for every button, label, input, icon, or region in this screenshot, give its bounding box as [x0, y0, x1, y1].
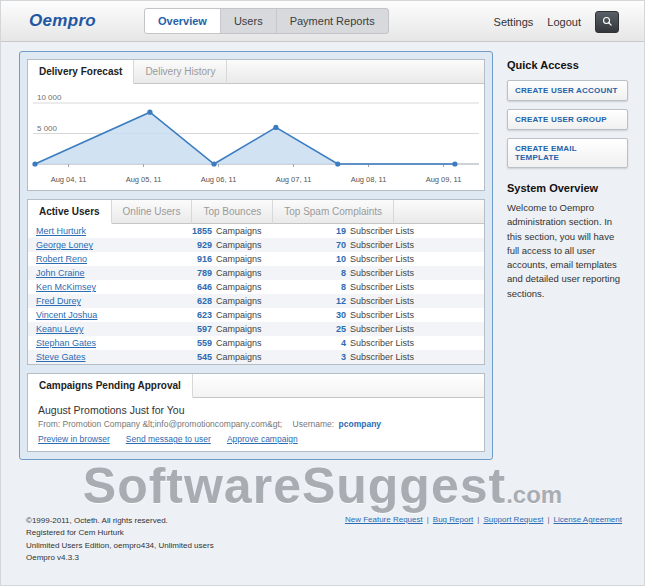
watermark-text: SoftwareSuggest	[83, 458, 506, 514]
subscriber-list-count: 3	[332, 352, 346, 362]
right-sidebar: Quick Access CREATE USER ACCOUNTCREATE U…	[507, 59, 628, 301]
bug-report-link[interactable]: Bug Report	[433, 515, 473, 524]
top-header: Oempro OverviewUsersPayment Reports Sett…	[1, 1, 644, 42]
table-row: Vincent Joshua623Campaigns30Subscriber L…	[28, 308, 484, 322]
table-row: Steve Gates545Campaigns3Subscriber Lists	[28, 350, 484, 364]
subscriber-lists-cell: 25Subscriber Lists	[332, 324, 476, 334]
table-row: Robert Reno916Campaigns10Subscriber List…	[28, 252, 484, 266]
create-user-group-button[interactable]: CREATE USER GROUP	[507, 109, 628, 130]
campaign-count: 559	[182, 338, 212, 348]
x-tick-label: Aug 04, 11	[31, 175, 106, 184]
send-message-to-user-link[interactable]: Send message to user	[126, 434, 211, 444]
username-link[interactable]: pcompany	[339, 419, 382, 429]
forecast-line-chart: 10 0005 000	[31, 88, 481, 174]
subscriber-list-count: 12	[332, 296, 346, 306]
subscriber-list-count: 4	[332, 338, 346, 348]
delivery-forecast-panel: Delivery ForecastDelivery History 10 000…	[27, 59, 485, 191]
tab-delivery-history[interactable]: Delivery History	[134, 60, 227, 84]
table-row: Mert Hurturk1855Campaigns19Subscriber Li…	[28, 224, 484, 238]
footer-line: Unlimited Users Edition, oempro434, Unli…	[26, 540, 214, 552]
new-feature-request-link[interactable]: New Feature Request	[345, 515, 423, 524]
pending-approval-panel: Campaigns Pending Approval August Promot…	[27, 373, 485, 452]
create-email-template-button[interactable]: CREATE EMAIL TEMPLATE	[507, 138, 628, 168]
table-row: John Craine789Campaigns8Subscriber Lists	[28, 266, 484, 280]
subscriber-list-count: 30	[332, 310, 346, 320]
license-agreement-link[interactable]: License Agreement	[554, 515, 623, 524]
watermark-suffix: .com	[506, 481, 562, 508]
main-nav: OverviewUsersPayment Reports	[144, 8, 389, 34]
user-name-link[interactable]: Vincent Joshua	[36, 310, 182, 320]
user-name-link[interactable]: Robert Reno	[36, 254, 182, 264]
tab-delivery-forecast[interactable]: Delivery Forecast	[28, 60, 134, 84]
user-name-link[interactable]: Stephan Gates	[36, 338, 182, 348]
delivery-forecast-chart: 10 0005 000 Aug 04, 11Aug 05, 11Aug 06, …	[28, 84, 484, 190]
users-panel-tabs: Active UsersOnline UsersTop BouncesTop S…	[28, 200, 484, 224]
chart-point	[273, 125, 278, 130]
chart-point	[32, 161, 37, 166]
username-label: Username:	[293, 419, 335, 429]
table-row: Fred Durey628Campaigns12Subscriber Lists	[28, 294, 484, 308]
logout-link[interactable]: Logout	[547, 16, 581, 28]
tab-filler	[394, 200, 484, 224]
subscriber-lists-cell: 8Subscriber Lists	[332, 282, 476, 292]
chart-point	[147, 110, 152, 115]
campaign-count: 597	[182, 324, 212, 334]
campaigns-cell: 646Campaigns	[182, 282, 332, 292]
tab-online-users[interactable]: Online Users	[112, 200, 193, 224]
y-tick-label: 5 000	[37, 124, 58, 133]
footer-line: Registered for Cem Hurturk	[26, 527, 214, 539]
x-tick-label: Aug 06, 11	[181, 175, 256, 184]
subscriber-lists-cell: 3Subscriber Lists	[332, 352, 476, 362]
user-name-link[interactable]: George Loney	[36, 240, 182, 250]
tab-users[interactable]: Users	[220, 9, 276, 33]
tab-overview[interactable]: Overview	[145, 9, 220, 33]
subscriber-list-count: 25	[332, 324, 346, 334]
chart-point	[335, 161, 340, 166]
x-tick-label: Aug 09, 11	[406, 175, 481, 184]
tab-payment-reports[interactable]: Payment Reports	[276, 9, 388, 33]
subscriber-list-count: 10	[332, 254, 346, 264]
campaign-count: 646	[182, 282, 212, 292]
app-logo: Oempro	[29, 11, 96, 31]
user-name-link[interactable]: John Craine	[36, 268, 182, 278]
subscriber-list-count: 70	[332, 240, 346, 250]
quick-access-buttons: CREATE USER ACCOUNTCREATE USER GROUPCREA…	[507, 80, 628, 168]
footer-link-separator: |	[477, 515, 479, 524]
search-button[interactable]	[595, 11, 619, 33]
footer-info: ©1999-2011, Octeth. All rights reserved.…	[26, 515, 214, 565]
settings-link[interactable]: Settings	[494, 16, 534, 28]
tab-top-spam-complaints[interactable]: Top Spam Complaints	[273, 200, 394, 224]
x-tick-label: Aug 07, 11	[256, 175, 331, 184]
page-footer: ©1999-2011, Octeth. All rights reserved.…	[26, 515, 622, 565]
footer-link-separator: |	[547, 515, 549, 524]
y-tick-label: 10 000	[37, 93, 62, 102]
user-name-link[interactable]: Mert Hurturk	[36, 226, 182, 236]
preview-in-browser-link[interactable]: Preview in browser	[38, 434, 110, 444]
user-name-link[interactable]: Keanu Levy	[36, 324, 182, 334]
subscriber-lists-cell: 70Subscriber Lists	[332, 240, 476, 250]
from-label: From:	[38, 419, 60, 429]
table-row: Keanu Levy597Campaigns25Subscriber Lists	[28, 322, 484, 336]
table-row: Stephan Gates559Campaigns4Subscriber Lis…	[28, 336, 484, 350]
tab-active-users[interactable]: Active Users	[28, 200, 112, 224]
create-user-account-button[interactable]: CREATE USER ACCOUNT	[507, 80, 628, 101]
campaigns-cell: 929Campaigns	[182, 240, 332, 250]
oempro-dashboard: Oempro OverviewUsersPayment Reports Sett…	[0, 0, 645, 586]
campaign-count: 1855	[182, 226, 212, 236]
chart-point	[211, 161, 216, 166]
campaign-count: 628	[182, 296, 212, 306]
subscriber-lists-cell: 10Subscriber Lists	[332, 254, 476, 264]
user-name-link[interactable]: Steve Gates	[36, 352, 182, 362]
tab-top-bounces[interactable]: Top Bounces	[192, 200, 273, 224]
campaigns-cell: 789Campaigns	[182, 268, 332, 278]
tab-campaigns-pending-approval[interactable]: Campaigns Pending Approval	[28, 374, 193, 398]
subscriber-lists-cell: 4Subscriber Lists	[332, 338, 476, 348]
approve-campaign-link[interactable]: Approve campaign	[227, 434, 298, 444]
campaign-from-line: From: Promotion Company &lt;info@promoti…	[38, 419, 474, 429]
campaigns-cell: 628Campaigns	[182, 296, 332, 306]
user-name-link[interactable]: Fred Durey	[36, 296, 182, 306]
tab-filler	[193, 374, 484, 398]
support-request-link[interactable]: Support Request	[483, 515, 543, 524]
active-users-table: Mert Hurturk1855Campaigns19Subscriber Li…	[28, 224, 484, 364]
user-name-link[interactable]: Ken McKimsey	[36, 282, 182, 292]
